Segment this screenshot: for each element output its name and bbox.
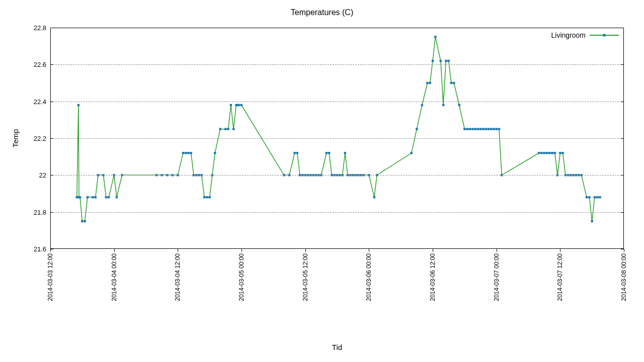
legend-line-icon	[590, 35, 619, 36]
x-tick-label: 2014-03-07 12:00	[556, 253, 564, 301]
x-tick-label: 2014-03-06 12:00	[429, 253, 436, 301]
y-axis-label: Temp	[11, 129, 20, 148]
x-tick-label: 2014-03-06 00:00	[365, 253, 372, 301]
y-tick-label: 21.8	[34, 208, 46, 216]
x-axis-label: Tid	[332, 343, 342, 351]
y-tick-label: 21.6	[34, 245, 46, 253]
x-tick-label: 2014-03-05 12:00	[302, 253, 309, 301]
y-tick-label: 22.2	[34, 135, 46, 142]
y-tick-label: 22.4	[34, 98, 46, 105]
chart-title: Temperatures (C)	[0, 8, 644, 17]
y-tick-label: 22	[39, 171, 46, 179]
x-tick-label: 2014-03-08 00:00	[620, 253, 627, 301]
x-tick-label: 2014-03-03 12:00	[47, 253, 54, 301]
y-tick-label: 22.6	[34, 61, 46, 68]
legend: Livingroom	[551, 31, 619, 39]
y-tick-label: 22.8	[34, 24, 46, 32]
x-tick-label: 2014-03-05 00:00	[238, 253, 245, 301]
x-tick-label: 2014-03-04 00:00	[111, 253, 118, 301]
chart-container: Temperatures (C) Temp Tid Livingroom 21.…	[0, 0, 644, 362]
x-tick-label: 2014-03-04 12:00	[174, 253, 181, 301]
x-tick-label: 2014-03-07 00:00	[493, 253, 500, 301]
legend-entry-label: Livingroom	[551, 31, 586, 39]
